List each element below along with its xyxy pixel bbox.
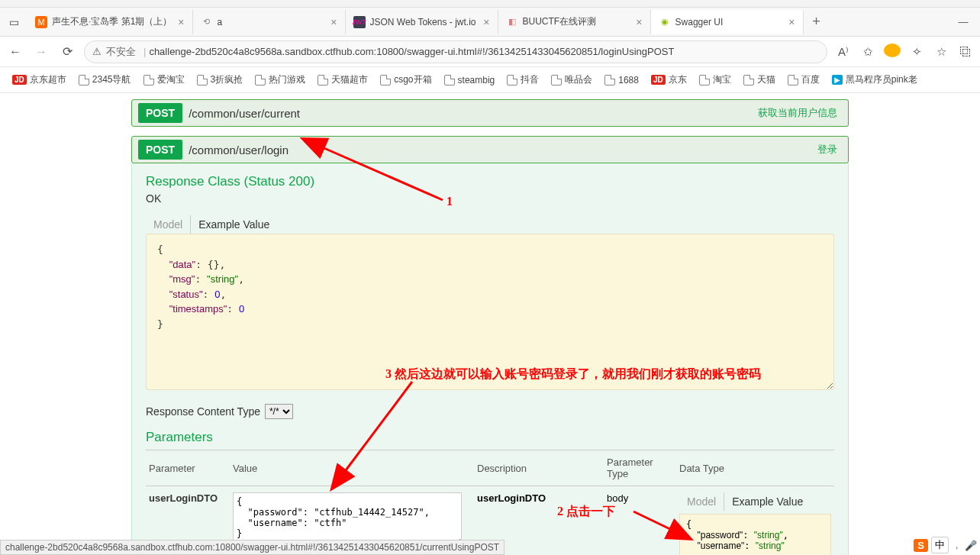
bookmark-item[interactable]: 淘宝 [695,72,736,88]
status-bar: challenge-2bd520c4a8c9568a.sandbox.ctfhu… [0,540,505,555]
favicon: ◧ [506,16,518,28]
operation-path: /common/user/login [189,144,289,156]
window-top-hint [0,0,980,8]
jd-icon: JD [651,75,666,85]
favorites-icon[interactable]: ✩ [859,45,876,59]
back-button[interactable]: ← [6,45,24,59]
star-icon[interactable]: ☆ [933,45,949,59]
content-type-label: Response Content Type [146,405,260,418]
ime-lang: 中 [931,537,949,553]
read-aloud-icon[interactable]: A⁾ [835,45,852,59]
browser-tab-0[interactable]: M 声生不息·宝岛季 第1期（上） × [27,10,193,34]
tab-close-icon[interactable]: × [178,16,184,28]
tab-close-icon[interactable]: × [330,16,337,28]
operation-login: POST /common/user/login 登录 Response Clas… [131,136,849,555]
page-icon [551,75,562,86]
method-badge: POST [138,140,182,160]
method-badge: POST [138,103,182,123]
bookmark-item[interactable]: JD京东超市 [8,72,71,88]
favicon: M [35,16,47,28]
tab-model[interactable]: Model [146,215,191,234]
bookmark-item[interactable]: 天猫 [739,72,780,88]
security-label: 不安全 [106,45,136,59]
bookmark-item[interactable]: 百度 [783,72,824,88]
page-icon [788,75,798,86]
operation-desc: 获取当前用户信息 [758,106,837,120]
bookmark-item[interactable]: 抖音 [502,72,543,88]
operation-body: Response Class (Status 200) OK Model Exa… [131,163,849,555]
bookmark-item[interactable]: 2345导航 [74,72,136,88]
favicon: JWT [353,16,366,28]
favicon: ◉ [659,16,671,28]
param-value-input[interactable] [233,492,462,546]
response-example-code[interactable]: { "data": {}, "msg": "string", "status":… [146,234,834,390]
bookmark-item[interactable]: JD京东 [646,72,691,88]
url-box[interactable]: ⚠ 不安全 | challenge-2bd520c4a8c9568a.sandb… [84,40,827,63]
page-icon [380,75,391,86]
page-icon [743,75,754,86]
page-icon [255,75,266,86]
ime-comma-icon: ， [952,538,962,552]
tab-close-icon[interactable]: × [483,16,489,28]
forward-button[interactable]: → [32,45,50,59]
jd-icon: JD [12,75,27,85]
content-type-select[interactable]: */* [265,404,293,419]
operation-header[interactable]: POST /common/user/current 获取当前用户信息 [131,99,849,127]
profile-icon[interactable] [884,44,901,60]
reload-button[interactable]: ⟳ [58,44,76,59]
browser-tab-3[interactable]: ◧ BUUCTF在线评测 × [498,10,651,34]
page-icon [79,75,89,86]
collections-icon[interactable]: ⿻ [957,45,974,58]
response-ok-text: OK [146,192,834,205]
operation-header[interactable]: POST /common/user/login 登录 [131,136,849,163]
ime-voice-icon: 🎤 [965,540,977,551]
sidebar-toggle-icon[interactable]: ▭ [0,16,27,28]
operation-current: POST /common/user/current 获取当前用户信息 [131,99,849,127]
dtype-tab-example[interactable]: Example Value [724,492,811,511]
tab-title: Swagger UI [675,17,783,27]
tab-close-icon[interactable]: × [788,16,795,28]
operation-path: /common/user/current [189,107,300,120]
th-description: Description [474,450,604,486]
extensions-icon[interactable]: ✧ [908,45,925,59]
th-param-type: Parameter Type [604,450,676,486]
page-icon [444,75,455,86]
browser-tab-2[interactable]: JWT JSON Web Tokens - jwt.io × [346,10,498,34]
browser-tab-4[interactable]: ◉ Swagger UI × [651,10,804,34]
bookmark-item[interactable]: 热门游戏 [250,72,310,88]
bookmark-item[interactable]: 爱淘宝 [139,72,189,88]
tab-example-value[interactable]: Example Value [191,215,277,234]
security-warning-icon: ⚠ [92,46,102,57]
bilibili-icon: ▶ [832,75,843,85]
page-icon [604,75,615,86]
param-type: body [604,486,676,556]
bookmark-item[interactable]: steambig [440,73,500,87]
browser-tab-1[interactable]: ⟲ a × [193,10,346,34]
page-icon [318,75,328,86]
window-minimize[interactable]: — [946,16,980,27]
dtype-tab-model[interactable]: Model [679,492,724,511]
bookmark-item[interactable]: csgo开箱 [376,72,436,88]
sogou-icon: S [914,539,928,552]
new-tab-button[interactable]: + [804,14,830,30]
tab-close-icon[interactable]: × [636,16,642,28]
favicon: ⟲ [201,16,213,28]
tab-title: 声生不息·宝岛季 第1期（上） [52,15,172,28]
bookmarks-bar: JD京东超市 2345导航 爱淘宝 3折疯抢 热门游戏 天猫超市 csgo开箱 … [0,67,980,93]
swagger-content: POST /common/user/current 获取当前用户信息 POST … [0,93,980,555]
bookmark-item[interactable]: ▶黑马程序员pink老 [827,72,922,88]
parameters-heading: Parameters [146,430,834,445]
ime-indicator[interactable]: S 中 ， 🎤 [914,537,977,553]
data-type-example[interactable]: { "password": "string", "username": "str… [679,514,831,555]
bookmark-item[interactable]: 3折疯抢 [192,72,248,88]
bookmark-item[interactable]: 1688 [600,73,643,87]
page-icon [507,75,517,86]
address-bar: ← → ⟳ ⚠ 不安全 | challenge-2bd520c4a8c9568a… [0,37,980,67]
bookmark-item[interactable]: 天猫超市 [313,72,372,88]
page-icon [143,75,154,86]
th-parameter: Parameter [146,450,230,486]
param-data-type: Model Example Value { "password": "strin… [676,486,834,556]
url-text: challenge-2bd520c4a8c9568a.sandbox.ctfhu… [149,46,674,57]
bookmark-item[interactable]: 唯品会 [546,72,597,88]
tab-title: a [218,17,325,27]
